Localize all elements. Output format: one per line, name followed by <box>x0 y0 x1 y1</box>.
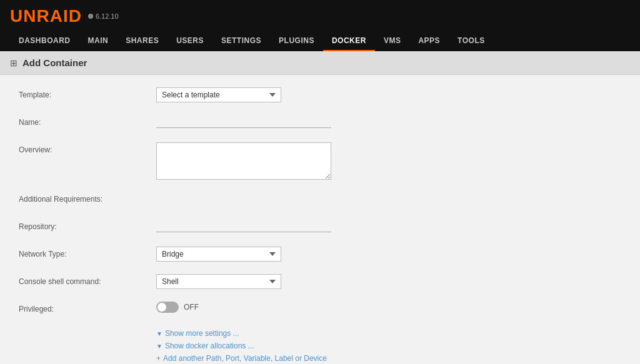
name-control <box>156 115 344 128</box>
show-more-settings-label: Show more settings ... <box>165 329 239 338</box>
template-select[interactable]: Select a template <box>156 87 281 102</box>
nav-tools[interactable]: TOOLS <box>449 31 494 51</box>
console-shell-row: Console shell command: Shell bash sh <box>19 274 621 292</box>
extra-links-wrap: ▼ Show more settings ... ▼ Show docker a… <box>156 329 327 364</box>
nav-shares[interactable]: SHARES <box>117 31 168 51</box>
logo-text: UNRAID <box>10 6 82 26</box>
show-more-settings-link[interactable]: ▼ Show more settings ... <box>156 329 327 338</box>
repository-label: Repository: <box>19 219 156 231</box>
nav-users[interactable]: USERS <box>168 31 212 51</box>
name-input[interactable] <box>156 115 331 128</box>
repository-control <box>156 219 344 232</box>
show-more-arrow-icon: ▼ <box>156 330 162 337</box>
console-shell-control: Shell bash sh <box>156 274 344 289</box>
additional-req-row: Additional Requirements: <box>19 192 621 209</box>
version: 6.12.10 <box>88 12 119 20</box>
show-docker-allocations-link[interactable]: ▼ Show docker allocations ... <box>156 342 327 350</box>
privileged-row: Privileged: OFF <box>19 302 621 319</box>
privileged-toggle[interactable] <box>156 302 179 313</box>
network-type-row: Network Type: Bridge Host None Custom <box>19 247 621 264</box>
toggle-wrap: OFF <box>156 302 344 313</box>
network-type-select[interactable]: Bridge Host None Custom <box>156 247 281 262</box>
add-plus-icon: + <box>156 354 161 363</box>
extra-links-spacer <box>19 329 156 332</box>
toggle-knob <box>158 303 166 312</box>
main-nav: DASHBOARD MAIN SHARES USERS SETTINGS PLU… <box>10 31 630 51</box>
overview-textarea[interactable] <box>156 142 331 180</box>
template-label: Template: <box>19 87 156 99</box>
add-another-label: Add another Path, Port, Variable, Label … <box>163 354 327 363</box>
version-number: 6.12.10 <box>96 12 119 20</box>
template-control: Select a template <box>156 87 344 102</box>
add-another-link[interactable]: + Add another Path, Port, Variable, Labe… <box>156 354 327 363</box>
name-row: Name: <box>19 115 621 132</box>
console-shell-label: Console shell command: <box>19 274 156 286</box>
nav-dashboard[interactable]: DASHBOARD <box>10 31 79 51</box>
network-type-label: Network Type: <box>19 247 156 258</box>
console-shell-select[interactable]: Shell bash sh <box>156 274 281 289</box>
repository-row: Repository: <box>19 219 621 237</box>
extra-links-row: ▼ Show more settings ... ▼ Show docker a… <box>19 329 621 364</box>
page-header: ⊞ Add Container <box>0 51 640 75</box>
nav-main[interactable]: MAIN <box>79 31 118 51</box>
template-row: Template: Select a template <box>19 87 621 105</box>
toggle-label: OFF <box>184 303 199 312</box>
add-container-form: Template: Select a template Name: Overvi… <box>0 75 640 364</box>
show-docker-arrow-icon: ▼ <box>156 343 162 350</box>
repository-input[interactable] <box>156 219 331 232</box>
nav-docker[interactable]: DOCKER <box>323 31 375 51</box>
show-docker-allocations-label: Show docker allocations ... <box>165 342 254 350</box>
version-dot <box>88 14 93 19</box>
nav-settings[interactable]: SETTINGS <box>212 31 270 51</box>
overview-row: Overview: <box>19 142 621 182</box>
nav-vms[interactable]: VMS <box>375 31 410 51</box>
page-title: Add Container <box>22 57 87 68</box>
nav-plugins[interactable]: PLUGINS <box>270 31 323 51</box>
nav-apps[interactable]: APPS <box>409 31 449 51</box>
grid-icon: ⊞ <box>10 58 18 68</box>
name-label: Name: <box>19 115 156 127</box>
header: UNRAID 6.12.10 DASHBOARD MAIN SHARES USE… <box>0 0 640 51</box>
overview-label: Overview: <box>19 142 156 154</box>
network-type-control: Bridge Host None Custom <box>156 247 344 262</box>
logo: UNRAID <box>10 6 82 26</box>
privileged-control: OFF <box>156 302 344 313</box>
privileged-label: Privileged: <box>19 302 156 313</box>
content-area: ⊞ Add Container Template: Select a templ… <box>0 51 640 364</box>
overview-control <box>156 142 344 182</box>
additional-req-label: Additional Requirements: <box>19 192 156 204</box>
